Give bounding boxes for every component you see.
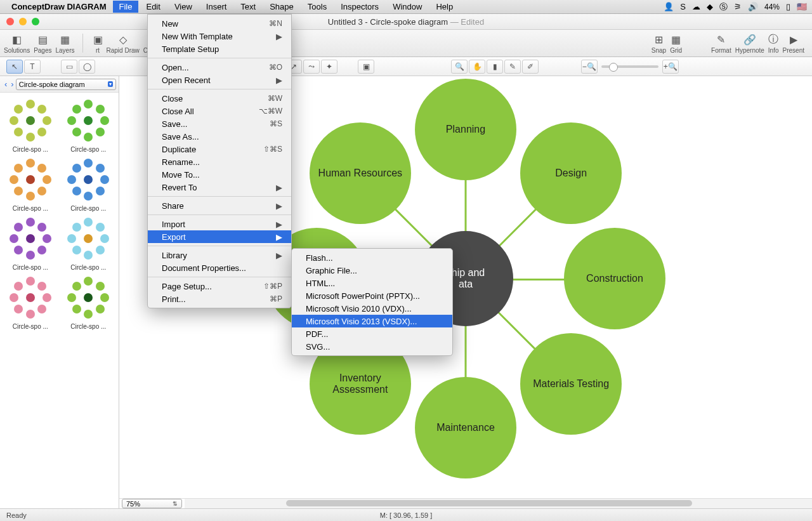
- file-menu-save-as-[interactable]: Save As...: [148, 130, 291, 143]
- ellipse-tool[interactable]: ◯: [79, 60, 95, 74]
- battery-pct: 44%: [764, 3, 780, 11]
- text-tool[interactable]: T: [24, 60, 41, 74]
- file-menu-template-setup[interactable]: Template Setup: [148, 43, 291, 55]
- file-menu-open-[interactable]: Open...⌘O: [148, 61, 291, 74]
- library-item[interactable]: Circle-spo ...: [61, 275, 117, 330]
- battery-icon[interactable]: ▯: [786, 2, 790, 11]
- library-grid: Circle-spo ...Circle-spo ...Circle-spo .…: [0, 93, 119, 508]
- horizontal-scrollbar[interactable]: [185, 499, 812, 508]
- s-icon[interactable]: S: [680, 2, 686, 11]
- skype-icon[interactable]: Ⓢ: [719, 1, 728, 13]
- file-menu-share[interactable]: Share▶: [148, 199, 291, 212]
- zoom-in-button[interactable]: +🔍: [662, 60, 679, 74]
- library-item[interactable]: Circle-spo ...: [3, 275, 58, 330]
- traffic-lights[interactable]: [0, 18, 39, 25]
- export-pdf-[interactable]: PDF...: [292, 327, 452, 340]
- library-item[interactable]: Circle-spo ...: [61, 157, 117, 212]
- toolbar-grid[interactable]: ▦Grid: [670, 33, 682, 54]
- library-item[interactable]: Circle-spo ...: [3, 216, 58, 271]
- file-menu-new[interactable]: New⌘N: [148, 17, 291, 30]
- toolbar-hypernote[interactable]: 🔗Hypernote: [735, 33, 764, 54]
- flag-icon[interactable]: 🇺🇸: [797, 2, 807, 11]
- menu-tools[interactable]: Tools: [301, 1, 333, 13]
- zoom-out-button[interactable]: −🔍: [581, 60, 598, 74]
- menu-window[interactable]: Window: [386, 1, 428, 13]
- library-item[interactable]: Circle-spo ...: [61, 98, 117, 153]
- volume-icon[interactable]: 🔊: [748, 2, 758, 11]
- file-menu-import[interactable]: Import▶: [148, 218, 291, 230]
- file-menu-page-setup-[interactable]: Page Setup...⇧⌘P: [148, 280, 291, 293]
- diagram-node[interactable]: Planning: [415, 79, 516, 180]
- connector-tool-3[interactable]: ⤳: [303, 60, 320, 74]
- toolbar-snap[interactable]: ⊞Snap: [652, 33, 666, 54]
- file-menu-new-with-template[interactable]: New With Template▶: [148, 30, 291, 43]
- diagram-node[interactable]: Maintenance: [415, 377, 516, 478]
- paint-tool[interactable]: ▮: [487, 60, 503, 74]
- format-painter-tool[interactable]: ✐: [522, 60, 539, 74]
- diagram-node[interactable]: Design: [520, 122, 622, 224]
- rect-tool[interactable]: ▭: [61, 60, 77, 74]
- toolbar-rt[interactable]: ▣rt: [93, 33, 103, 54]
- diagram-node[interactable]: Construction: [564, 228, 665, 329]
- user-icon[interactable]: 👤: [664, 2, 674, 11]
- window-titlebar: Untitled 3 - Circle-spoke diagram — Edit…: [0, 14, 812, 30]
- file-menu-revert-to[interactable]: Revert To▶: [148, 181, 291, 194]
- export-html-[interactable]: HTML...: [292, 277, 452, 289]
- zoom-window-icon[interactable]: [32, 18, 39, 25]
- menu-view[interactable]: View: [168, 1, 199, 13]
- library-next-icon[interactable]: ›: [9, 79, 15, 89]
- diagram-node[interactable]: Materials Testing: [520, 333, 622, 435]
- library-item[interactable]: Circle-spo ...: [3, 98, 58, 153]
- diamond-icon[interactable]: ◆: [707, 2, 713, 11]
- main-toolbar: ◧Solutions▤Pages▦Layers ▣rt◇Rapid Draw⋯C…: [0, 30, 812, 57]
- connector-tool-4[interactable]: ✦: [321, 60, 337, 74]
- export-graphic-file-[interactable]: Graphic File...: [292, 264, 452, 277]
- file-menu-duplicate[interactable]: Duplicate⇧⌘S: [148, 143, 291, 155]
- menu-edit[interactable]: Edit: [140, 1, 166, 13]
- library-select[interactable]: Circle-spoke diagram▾: [16, 79, 116, 90]
- file-menu-print-[interactable]: Print...⌘P: [148, 293, 291, 305]
- wifi-icon[interactable]: ⚞: [734, 2, 742, 11]
- file-menu-document-properties-[interactable]: Document Properties...: [148, 261, 291, 274]
- minimize-window-icon[interactable]: [19, 18, 27, 25]
- toolbar-rapid-draw[interactable]: ◇Rapid Draw: [107, 33, 140, 54]
- close-window-icon[interactable]: [6, 18, 14, 25]
- zoom-slider[interactable]: [601, 65, 658, 68]
- toolbar-layers[interactable]: ▦Layers: [56, 33, 75, 54]
- file-menu-open-recent[interactable]: Open Recent▶: [148, 74, 291, 86]
- layers-tool[interactable]: ▣: [358, 60, 374, 74]
- menu-shape[interactable]: Shape: [263, 1, 300, 13]
- library-prev-icon[interactable]: ‹: [3, 79, 9, 89]
- zoom-tool[interactable]: 🔍: [451, 60, 468, 74]
- export-microsoft-visio-2013-vsdx-[interactable]: Microsoft Visio 2013 (VSDX)...: [292, 315, 452, 327]
- file-menu-save-[interactable]: Save...⌘S: [148, 117, 291, 130]
- menu-inspectors[interactable]: Inspectors: [334, 1, 385, 13]
- diagram-node[interactable]: Human Resources: [310, 122, 411, 224]
- zoom-select[interactable]: 75%⇅: [122, 499, 182, 508]
- export-svg-[interactable]: SVG...: [292, 340, 452, 353]
- menu-help[interactable]: Help: [429, 1, 459, 13]
- menu-text[interactable]: Text: [234, 1, 262, 13]
- toolbar-info[interactable]: ⓘInfo: [768, 33, 779, 54]
- export-flash-[interactable]: Flash...: [292, 251, 452, 264]
- file-menu-move-to-[interactable]: Move To...: [148, 168, 291, 181]
- toolbar-present[interactable]: ▶Present: [783, 33, 804, 54]
- export-microsoft-visio-2010-vdx-[interactable]: Microsoft Visio 2010 (VDX)...: [292, 302, 452, 315]
- file-menu-close[interactable]: Close⌘W: [148, 92, 291, 105]
- menu-file[interactable]: File: [113, 1, 139, 13]
- export-microsoft-powerpoint-pptx-[interactable]: Microsoft PowerPoint (PPTX)...: [292, 289, 452, 302]
- file-menu-export[interactable]: Export▶: [148, 230, 291, 243]
- pointer-tool[interactable]: ↖: [6, 60, 23, 74]
- file-menu-rename-[interactable]: Rename...: [148, 155, 291, 168]
- file-menu-close-all[interactable]: Close All⌥⌘W: [148, 105, 291, 117]
- eyedropper-tool[interactable]: ✎: [504, 60, 521, 74]
- file-menu-library[interactable]: Library▶: [148, 249, 291, 261]
- menu-insert[interactable]: Insert: [200, 1, 233, 13]
- toolbar-format[interactable]: ✎Format: [711, 33, 731, 54]
- library-item[interactable]: Circle-spo ...: [61, 216, 117, 271]
- hand-tool[interactable]: ✋: [469, 60, 485, 74]
- cloud-icon[interactable]: ☁: [692, 2, 700, 11]
- toolbar-pages[interactable]: ▤Pages: [34, 33, 51, 54]
- library-item[interactable]: Circle-spo ...: [3, 157, 58, 212]
- toolbar-solutions[interactable]: ◧Solutions: [4, 33, 30, 54]
